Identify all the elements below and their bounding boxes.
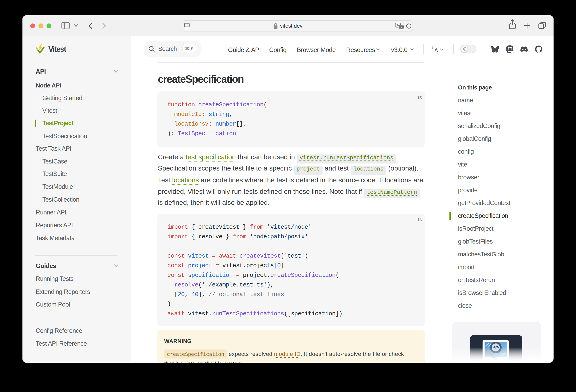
svg-text:A: A <box>434 47 438 53</box>
svg-text:x̄: x̄ <box>401 26 402 29</box>
svg-text:x̄: x̄ <box>432 45 434 50</box>
